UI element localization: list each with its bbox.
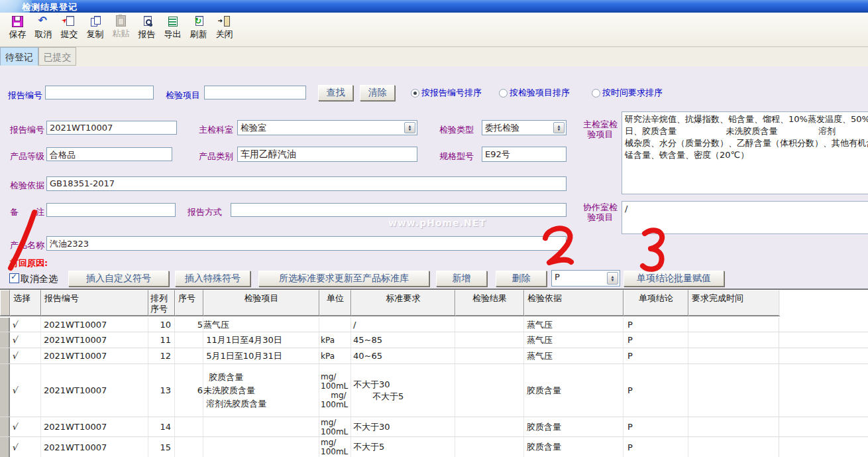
- header-report-no[interactable]: 报告编号: [41, 290, 148, 316]
- spinner-icon[interactable]: [404, 122, 415, 133]
- export-icon: [167, 16, 179, 27]
- close-icon: [219, 16, 231, 27]
- toolbar-close-button[interactable]: 关闭: [211, 15, 237, 46]
- uncheck-all-checkbox[interactable]: [9, 273, 19, 283]
- header-seq[interactable]: 序号: [175, 290, 203, 316]
- toolbar-submit-button[interactable]: 提交: [56, 15, 82, 46]
- conclusion-combo[interactable]: P: [551, 270, 620, 287]
- find-button[interactable]: 查找: [318, 85, 353, 101]
- row-conclusion: P: [624, 332, 688, 348]
- batch-assign-button[interactable]: 单项结论批量赋值: [624, 271, 724, 287]
- row-standard: 不大于30: [351, 417, 455, 436]
- sort-by-item-radio[interactable]: 按检验项目排序: [499, 87, 570, 99]
- test-type-combo[interactable]: 委托检验: [482, 120, 567, 135]
- toolbar-report-button[interactable]: 报告: [134, 15, 160, 46]
- spec-model-field[interactable]: E92号: [482, 147, 567, 162]
- row-check: √: [10, 417, 41, 436]
- main-dept-label: 主检科室: [199, 124, 233, 136]
- row-standard: 不大于30 不大于5: [351, 364, 455, 417]
- row-seq: 6: [175, 364, 203, 417]
- row-check: √: [10, 364, 41, 417]
- add-button[interactable]: 新增: [436, 271, 487, 287]
- table-row[interactable]: √ 2021WT10007 15 mg/ 100mL 不大于5 胶质含量 P: [0, 437, 868, 457]
- sort-by-report-no-radio[interactable]: 按报告编号排序: [411, 87, 482, 99]
- insert-special-symbol-button[interactable]: 插入特殊符号: [175, 271, 250, 287]
- header-order-no[interactable]: 排列 序号: [148, 290, 175, 316]
- tab-pending[interactable]: 待登记: [0, 47, 38, 66]
- table-row[interactable]: √ 2021WT10007 11 11月1日至4月30日 kPa 45~85 蒸…: [0, 332, 868, 348]
- row-deadline: [688, 318, 779, 332]
- test-basis-field[interactable]: GB18351-2017: [46, 176, 567, 191]
- search-report-no-label: 报告编号: [8, 90, 42, 101]
- row-basis: 胶质含量: [524, 417, 624, 436]
- row-unit: kPa: [319, 332, 351, 348]
- row-unit: mg/ 100mL: [319, 417, 351, 436]
- row-seq: 5: [175, 318, 203, 332]
- radio-dot-icon: [592, 89, 600, 98]
- row-standard: 不大于5: [351, 437, 455, 457]
- search-report-no-input[interactable]: [45, 86, 154, 99]
- table-row[interactable]: √ 2021WT10007 12 5月1日至10月31日 kPa 40~65 蒸…: [0, 348, 868, 364]
- product-grade-label: 产品等级: [10, 151, 44, 163]
- row-unit: [319, 318, 351, 332]
- test-type-label: 检验类型: [439, 124, 474, 136]
- table-row[interactable]: √ 2021WT10007 10 5 蒸气压 / 蒸气压 P: [0, 318, 868, 332]
- search-item-input[interactable]: [204, 86, 306, 99]
- toolbar-export-button[interactable]: 导出: [160, 15, 186, 46]
- row-result: [455, 364, 524, 417]
- row-check: √: [10, 318, 41, 332]
- toolbar-refresh-button[interactable]: 刷新: [186, 15, 211, 46]
- delete-button[interactable]: 删除: [496, 271, 547, 287]
- toolbar-paste-button: 粘贴: [108, 15, 134, 46]
- toolbar-copy-button[interactable]: 复制: [82, 15, 108, 46]
- row-conclusion: P: [624, 364, 688, 417]
- row-seq: [175, 348, 203, 363]
- header-deadline[interactable]: 要求完成时间: [688, 290, 779, 316]
- collab-items-textarea[interactable]: /: [622, 201, 868, 234]
- insert-custom-symbol-button[interactable]: 插入自定义符号: [68, 271, 169, 287]
- test-basis-label: 检验依据: [10, 180, 44, 192]
- row-report-no: 2021WT10007: [41, 348, 148, 363]
- row-order-no: 12: [148, 348, 175, 363]
- row-basis: 蒸气压: [524, 332, 624, 348]
- header-result[interactable]: 检验结果: [455, 290, 524, 316]
- toolbar: 保存 取消 提交 复制 粘贴 报告 导出 刷新 关闭: [0, 13, 868, 47]
- update-standard-lib-button[interactable]: 所选标准要求更新至产品标准库: [258, 271, 429, 287]
- main-dept-combo[interactable]: 检验室: [237, 120, 417, 135]
- row-seq: [175, 417, 203, 436]
- header-unit[interactable]: 单位: [319, 290, 351, 316]
- remark-field[interactable]: [46, 203, 176, 217]
- toolbar-cancel-button[interactable]: 取消: [30, 15, 56, 46]
- row-check: √: [10, 332, 41, 348]
- report-no-field[interactable]: 2021WT10007: [46, 121, 177, 135]
- main-items-textarea[interactable]: 研究法辛烷值、抗爆指数、铅含量、馏程、10%蒸发温度、50%蒸发温度 日、胶质含…: [622, 111, 868, 194]
- clear-button[interactable]: 清除: [360, 85, 395, 101]
- report-method-field[interactable]: [231, 203, 567, 217]
- header-standard[interactable]: 标准要求: [351, 290, 455, 316]
- refresh-icon: [193, 16, 205, 27]
- header-gutter: [0, 290, 10, 316]
- spinner-icon[interactable]: [607, 272, 618, 285]
- header-conclusion[interactable]: 单项结论: [624, 290, 688, 316]
- tab-submitted[interactable]: 已提交: [38, 47, 76, 66]
- copy-icon: [89, 16, 101, 27]
- header-basis[interactable]: 检验依据: [524, 290, 624, 316]
- header-item[interactable]: 检验项目: [203, 290, 319, 316]
- product-category-field[interactable]: 车用乙醇汽油: [237, 147, 417, 162]
- main-items-label: 主检室检 验项目: [580, 119, 620, 139]
- product-name-field[interactable]: 汽油2323: [46, 236, 567, 251]
- table-row[interactable]: √ 2021WT10007 13 6 胶质含量 未洗胶质含量 溶剂洗胶质含量 m…: [0, 364, 868, 417]
- toolbar-save-button[interactable]: 保存: [5, 15, 30, 46]
- collab-items-label: 协作室检 验项目: [580, 202, 620, 222]
- header-select[interactable]: 选择: [10, 290, 41, 316]
- product-grade-field[interactable]: 合格品: [46, 147, 172, 161]
- table-row[interactable]: √ 2021WT10007 14 mg/ 100mL 不大于30 胶质含量 P: [0, 417, 868, 437]
- radio-dot-icon: [499, 89, 508, 98]
- app-window: 检测结果登记 保存 取消 提交 复制 粘贴 报告 导出 刷新 关闭 待登记 已提…: [0, 0, 868, 457]
- spinner-icon[interactable]: [553, 122, 565, 133]
- table-rows: √ 2021WT10007 10 5 蒸气压 / 蒸气压 P √ 2021WT1…: [0, 318, 868, 457]
- sort-by-time-radio[interactable]: 按时间要求排序: [592, 87, 663, 99]
- undo-icon: [38, 16, 50, 27]
- remark-label: 备注: [10, 206, 44, 218]
- row-conclusion: P: [624, 417, 688, 436]
